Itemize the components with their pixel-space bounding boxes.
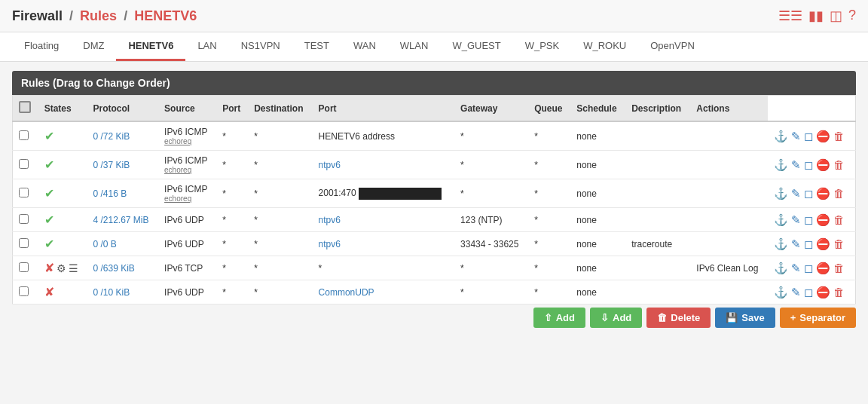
states-link-1[interactable]: 0 /37 KiB (93, 160, 130, 170)
row-actions-1: ⚓ ✎ ◻ ⛔ 🗑 (768, 151, 855, 179)
copy-icon[interactable]: ◻ (804, 158, 813, 172)
separator-button[interactable]: + Separator (780, 308, 856, 328)
states-link-4[interactable]: 0 /0 B (93, 239, 116, 249)
disable-icon[interactable]: ⛔ (816, 130, 830, 143)
delete-row-icon[interactable]: 🗑 (833, 262, 845, 274)
row-status-3: ✔ (38, 208, 87, 232)
dest-link-6[interactable]: CommonUDP (319, 287, 374, 298)
anchor-icon[interactable]: ⚓ (774, 158, 788, 172)
delete-row-icon[interactable]: 🗑 (833, 213, 845, 226)
states-link-2[interactable]: 0 /416 B (93, 188, 127, 199)
row-select-4[interactable] (19, 238, 29, 248)
dest-link-1[interactable]: ntpv6 (319, 160, 341, 170)
row-select-5[interactable] (19, 262, 29, 272)
row-queue-3: none (570, 208, 625, 232)
row-schedule-0 (625, 121, 690, 151)
tab-wan[interactable]: WAN (341, 32, 388, 61)
copy-icon[interactable]: ◻ (804, 213, 813, 227)
row-destination-2: 2001:470 (313, 179, 454, 208)
disable-icon[interactable]: ⛔ (816, 158, 830, 172)
row-actions-3: ⚓ ✎ ◻ ⛔ 🗑 (768, 208, 855, 232)
add-down-button[interactable]: ⇩ Add (590, 308, 642, 328)
row-destination-1: ntpv6 (313, 151, 454, 179)
row-queue-0: none (570, 121, 625, 151)
row-actions-6: ⚓ ✎ ◻ ⛔ 🗑 (768, 280, 855, 305)
row-source-2: * (216, 179, 248, 208)
delete-row-icon[interactable]: 🗑 (833, 286, 845, 298)
row-description-6 (690, 280, 768, 305)
row-select-2[interactable] (19, 188, 29, 197)
anchor-icon[interactable]: ⚓ (774, 286, 788, 299)
edit-icon[interactable]: ✎ (791, 130, 801, 143)
row-destination-3: ntpv6 (313, 208, 454, 232)
row-select-1[interactable] (19, 159, 29, 169)
delete-row-icon[interactable]: 🗑 (833, 158, 845, 171)
anchor-icon[interactable]: ⚓ (774, 262, 788, 275)
edit-icon[interactable]: ✎ (791, 262, 801, 275)
states-link-3[interactable]: 4 /212.67 MiB (93, 215, 148, 225)
dest-link-4[interactable]: ntpv6 (319, 239, 341, 249)
table-icon[interactable]: ◫ (830, 8, 842, 24)
copy-icon[interactable]: ◻ (804, 286, 813, 299)
tab-henetv6[interactable]: HENETV6 (116, 32, 185, 61)
dest-link-3[interactable]: ntpv6 (319, 215, 341, 225)
disable-icon[interactable]: ⛔ (816, 262, 830, 275)
disable-icon[interactable]: ⛔ (816, 286, 830, 299)
edit-icon[interactable]: ✎ (791, 187, 801, 200)
sep1: / (69, 8, 73, 23)
save-button[interactable]: 💾 Save (715, 308, 775, 328)
delete-row-icon[interactable]: 🗑 (833, 187, 845, 200)
row-status-6: ✘ (38, 280, 87, 305)
tab-floating[interactable]: Floating (12, 32, 71, 61)
states-link-6[interactable]: 0 /10 KiB (93, 287, 130, 298)
disable-icon[interactable]: ⛔ (816, 187, 830, 200)
row-select-0[interactable] (19, 130, 29, 140)
breadcrumb-rules[interactable]: Rules (80, 8, 117, 23)
disable-icon[interactable]: ⛔ (816, 237, 830, 251)
anchor-icon[interactable]: ⚓ (774, 213, 788, 227)
tab-wroku[interactable]: W_ROKU (571, 32, 638, 61)
tab-ns1vpn[interactable]: NS1VPN (229, 32, 292, 61)
tab-openvpn[interactable]: OpenVPN (638, 32, 707, 61)
copy-icon[interactable]: ◻ (804, 187, 813, 200)
states-link-5[interactable]: 0 /639 KiB (93, 263, 134, 274)
copy-icon[interactable]: ◻ (804, 130, 813, 143)
edit-icon[interactable]: ✎ (791, 158, 801, 172)
tab-dmz[interactable]: DMZ (71, 32, 116, 61)
copy-icon[interactable]: ◻ (804, 237, 813, 251)
row-select-6[interactable] (19, 286, 29, 296)
col-header-9: Schedule (570, 96, 625, 122)
copy-icon[interactable]: ◻ (804, 262, 813, 275)
tab-wlan[interactable]: WLAN (388, 32, 441, 61)
delete-row-icon[interactable]: 🗑 (833, 130, 845, 142)
row-select-3[interactable] (19, 214, 29, 224)
row-schedule-2 (625, 179, 690, 208)
states-link-0[interactable]: 0 /72 KiB (93, 131, 130, 142)
edit-icon[interactable]: ✎ (791, 286, 801, 299)
row-destination-4: ntpv6 (313, 232, 454, 256)
select-all-checkbox[interactable] (19, 101, 31, 113)
row-protocol-6: IPv6 UDP (158, 280, 216, 305)
row-description-5: IPv6 Clean Log (690, 256, 768, 280)
help-icon[interactable]: ? (848, 8, 856, 24)
edit-icon[interactable]: ✎ (791, 237, 801, 251)
anchor-icon[interactable]: ⚓ (774, 237, 788, 251)
page-header: Firewall / Rules / HENETV6 ☰☰ ▮▮ ◫ ? (0, 0, 868, 32)
separator-label: Separator (799, 312, 845, 323)
anchor-icon[interactable]: ⚓ (774, 187, 788, 200)
header-toolbar: ☰☰ ▮▮ ◫ ? (778, 8, 856, 24)
tab-wguest[interactable]: W_GUEST (440, 32, 512, 61)
tab-wpsk[interactable]: W_PSK (513, 32, 572, 61)
delete-row-icon[interactable]: 🗑 (833, 237, 845, 250)
add-up-button[interactable]: ⇧ Add (533, 308, 585, 328)
disable-icon[interactable]: ⛔ (816, 213, 830, 227)
sliders-icon[interactable]: ☰☰ (778, 8, 802, 24)
chart-icon[interactable]: ▮▮ (808, 8, 824, 24)
tab-lan[interactable]: LAN (185, 32, 228, 61)
anchor-icon[interactable]: ⚓ (774, 130, 788, 143)
row-checkbox-5 (13, 256, 38, 280)
row-states-6: 0 /10 KiB (87, 280, 158, 305)
delete-button[interactable]: 🗑 Delete (646, 308, 711, 328)
tab-test[interactable]: TEST (292, 32, 341, 61)
edit-icon[interactable]: ✎ (791, 213, 801, 227)
